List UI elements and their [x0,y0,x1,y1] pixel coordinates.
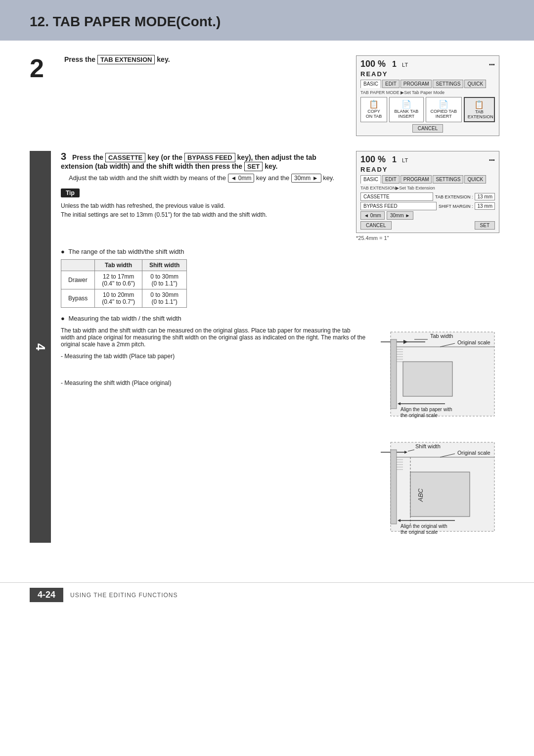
svg-text:Original scale: Original scale [457,450,490,456]
screen-ready-2: READY [360,166,495,173]
step-2-row: 2 Press the TAB EXTENSION key. 100 % 1 L… [30,55,504,136]
icon-tab-extension[interactable]: 📋 TAB EXTENSION [464,97,495,122]
tab-edit[interactable]: EDIT [382,80,400,88]
screen-tabs-2: BASIC EDIT PROGRAM SETTINGS QUICK [360,175,495,184]
screen-mockup-1: 100 % 1 LT ▪▪▪ READY BASIC EDIT PROGRAM … [356,55,499,136]
svg-diagram-2: Shift width Original scale [376,437,504,541]
footer-text: USING THE EDITING FUNCTIONS [70,592,178,599]
svg-text:the original scale: the original scale [400,529,438,535]
step-2-title: Press the TAB EXTENSION key. [64,55,346,63]
screen-tabs-1: BASIC EDIT PROGRAM SETTINGS QUICK [360,80,495,88]
tab-ext-val: 13 mm [475,193,495,200]
step-3-main: 3 Press the CASSETTE key (or the BYPASS … [61,151,346,220]
screen-ext-row-1: CASSETTE TAB EXTENSION : 13 mm [360,192,495,201]
screen-icons-1: 📋 COPY ON TAB 📄 BLANK TAB INSERT 📄 COPIE… [360,97,495,122]
step-3-inner: 3 Press the CASSETTE key (or the BYPASS … [61,151,504,241]
step-2-content: Press the TAB EXTENSION key. [64,55,346,67]
step-3-sub1: Adjust the tab width and the shift width… [61,174,346,182]
screen-ext-row-2: BYPASS FEED SHIFT MARGIN : 13 mm [360,202,495,210]
step-3-number: 3 [61,151,66,162]
screen-top-bar-2: 100 % 1 LT ▪▪▪ [360,154,495,165]
screen-breadcrumb-1: TAB PAPER MODE ▶Set Tab Paper Mode [360,90,495,95]
range-label: ● The range of the tab width/the shift w… [61,248,504,255]
tab2-edit[interactable]: EDIT [382,175,400,184]
cancel-button-1[interactable]: CANCEL [412,124,444,133]
page-header: 12. TAB PAPER MODE(Cont.) [0,0,534,41]
diagrams-row: The tab width and the shift width can be… [61,327,504,543]
tab-program[interactable]: PROGRAM [400,80,432,88]
range-section: ● The range of the tab width/the shift w… [61,248,504,308]
tab-extension-key: TAB EXTENSION [97,55,155,64]
table-row-bypass: Bypass 10 to 20mm(0.4" to 0.7") 0 to 30m… [61,289,187,308]
cell-bypass: Bypass [61,289,95,308]
measuring-section: ● Measuring the tab width / the shift wi… [61,315,504,543]
page-title: 12. TAB PAPER MODE(Cont.) [30,14,504,30]
svg-text:Original scale: Original scale [457,339,490,345]
svg-text:the original scale: the original scale [400,413,438,418]
key-0mm: ◄ 0mm [228,174,255,183]
set-button[interactable]: SET [475,221,495,230]
icon-copied-tab-insert[interactable]: 📄 COPIED TAB INSERT [426,97,462,122]
step-3-content-area: 3 Press the CASSETTE key (or the BYPASS … [51,151,504,543]
tab-basic[interactable]: BASIC [360,80,381,88]
step-2-number: 2 [30,55,54,81]
range-table: Tab width Shift width Drawer 12 to 17mm(… [61,259,187,308]
note2: The initial settings are set to 13mm (0.… [61,211,346,218]
cell-drawer-shift: 0 to 30mm(0 to 1.1") [142,271,186,289]
svg-diagram-1: Tab width Original scale [376,327,504,426]
btn-30mm[interactable]: 30mm ► [387,211,413,220]
icon-blank-tab-insert[interactable]: 📄 BLANK TAB INSERT [389,97,424,122]
screen-cancel-row-1: CANCEL [360,124,495,133]
step-3-title: 3 Press the CASSETTE key (or the BYPASS … [61,151,346,170]
step-4-bar: 4 [30,151,51,543]
set-key: SET [244,162,263,171]
col-header-empty [61,260,95,271]
tab2-program[interactable]: PROGRAM [400,175,432,184]
footer-page-num: 4-24 [30,588,63,602]
tip-label: Tip [61,185,346,200]
cell-bypass-shift: 0 to 30mm(0 to 1.1") [142,289,186,308]
cell-drawer-tab: 12 to 17mm(0.4" to 0.6") [95,271,142,289]
diagram-right: Tab width Original scale [376,327,504,543]
screen-breadcrumb-2: TAB EXTENSION▶Set Tab Extension [360,186,495,190]
tab2-basic[interactable]: BASIC [360,175,381,184]
col-header-shift-width: Shift width [142,260,186,271]
step-2-screen: 100 % 1 LT ▪▪▪ READY BASIC EDIT PROGRAM … [356,55,504,136]
cancel-button-2[interactable]: CANCEL [360,221,392,230]
tab2-settings[interactable]: SETTINGS [433,175,463,184]
screen-mockup-2: 100 % 1 LT ▪▪▪ READY BASIC EDIT PROGRAM … [356,151,499,233]
screen-ready-1: READY [360,70,495,78]
svg-rect-15 [403,362,452,396]
diagram-shift-width: Shift width Original scale [376,437,504,543]
cassette-key: CASSETTE [105,153,145,162]
btn-0mm[interactable]: ◄ 0mm [360,211,385,220]
bypass-feed-key: BYPASS FEED [184,153,235,162]
icon-copy-on-tab[interactable]: 📋 COPY ON TAB [360,97,387,122]
diagram-left: The tab width and the shift width can be… [61,327,366,543]
tab-quick[interactable]: QUICK [464,80,486,88]
screen-btn-row: ◄ 0mm 30mm ► [360,211,495,220]
svg-rect-7 [391,339,397,409]
measuring-label: ● Measuring the tab width / the shift wi… [61,315,504,322]
page-footer: 4-24 USING THE EDITING FUNCTIONS [0,582,534,607]
svg-text:Tab width: Tab width [430,333,453,339]
col-header-tab-width: Tab width [95,260,142,271]
measuring-text3: - Measuring the shift width (Place origi… [61,379,366,386]
tab-settings[interactable]: SETTINGS [433,80,463,88]
svg-text:ABC: ABC [417,488,424,502]
screen-bottom-btns: CANCEL SET [360,221,495,230]
bypass-field: BYPASS FEED [360,202,437,210]
shift-margin-val: 13 mm [475,202,495,210]
key-30mm: 30mm ► [291,174,321,183]
cassette-field: CASSETTE [360,192,433,201]
tab2-quick[interactable]: QUICK [464,175,486,184]
svg-rect-27 [391,450,397,524]
cell-drawer: Drawer [61,271,95,289]
screen-percent-2: 100 % 1 LT [360,154,408,165]
measuring-text1: The tab width and the shift width can be… [61,327,366,348]
svg-text:Align the original with: Align the original with [400,523,447,529]
screen-top-bar-1: 100 % 1 LT ▪▪▪ [360,59,495,69]
step-3-4-row: 4 3 Press the CASSETTE key (or the BYPAS… [30,151,504,543]
screen-percent-1: 100 % 1 LT [360,59,408,69]
svg-text:Shift width: Shift width [415,443,441,449]
